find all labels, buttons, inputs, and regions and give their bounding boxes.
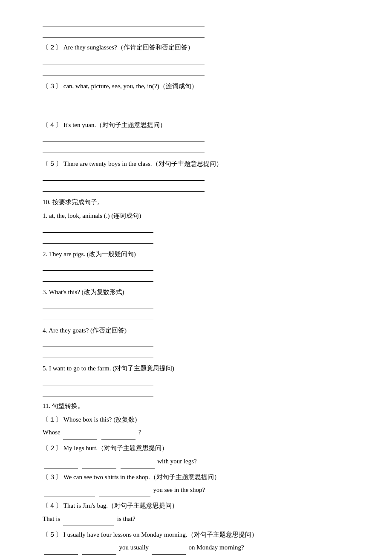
s10-q5-line-1 xyxy=(43,376,153,385)
s11-q2-suffix: with your legs? xyxy=(157,458,196,465)
section-9-questions: 〔２〕 Are they sunglasses?（作肯定回答和否定回答） 〔３〕… xyxy=(43,42,349,192)
s11-q5-text: 〔５〕 I usually have four lessons on Monda… xyxy=(43,529,349,541)
s10-q1-text: 1. at, the, look, animals (.) (连词成句) xyxy=(43,210,349,222)
q9-3-line-1 xyxy=(43,94,205,103)
s11-q1-blank-1[interactable] xyxy=(63,432,97,439)
s11-q5-bracket: 〔５〕 xyxy=(43,531,62,538)
q9-4-answers xyxy=(43,133,349,153)
s11-q1-text: 〔１〕 Whose box is this? (改复数) xyxy=(43,413,349,426)
s11-q5-blank-1[interactable] xyxy=(44,547,78,555)
s10-q2-text: 2. They are pigs. (改为一般疑问句) xyxy=(43,248,349,260)
s11-q3-suffix: you see in the shop? xyxy=(153,486,205,493)
s11-q1-content: Whose box is this? (改复数) xyxy=(63,416,137,423)
s11-q3-bracket: 〔３〕 xyxy=(43,474,62,480)
q9-2-content: Are they sunglasses?（作肯定回答和否定回答） xyxy=(63,44,194,51)
s11-q1-q-mark: ? xyxy=(138,429,141,436)
s11-q2-answer: with your legs? xyxy=(43,454,349,468)
s11-q3-text: 〔３〕 We can see two shirts in the shop.（对… xyxy=(43,471,349,483)
q9-5-text: 〔５〕 There are twenty boys in the class.（… xyxy=(43,158,349,170)
section-11-title: 11. 句型转换。 xyxy=(43,401,349,411)
s10-q1-num: 1. xyxy=(43,212,47,219)
q9-4-content: It's ten yuan.（对句子主题意思提问） xyxy=(63,121,166,128)
s11-q2-text: 〔２〕 My legs hurt.（对句子主题意思提问） xyxy=(43,442,349,454)
s10-q4: 4. Are they goats? (作否定回答) xyxy=(43,324,349,358)
s11-q2-blank-3[interactable] xyxy=(121,461,155,468)
s10-q4-text: 4. Are they goats? (作否定回答) xyxy=(43,324,349,337)
q9-2-text: 〔２〕 Are they sunglasses?（作肯定回答和否定回答） xyxy=(43,42,349,53)
s10-q2-line-2 xyxy=(43,272,153,282)
s11-q4-that-is: That is xyxy=(43,515,60,522)
s11-q3-content: We can see two shirts in the shop.（对句子主题… xyxy=(63,474,220,480)
s10-q1-content: at, the, look, animals (.) (连词成句) xyxy=(49,212,141,219)
s10-q1: 1. at, the, look, animals (.) (连词成句) xyxy=(43,210,349,244)
q9-3-line-2 xyxy=(43,105,205,114)
s11-q5: 〔５〕 I usually have four lessons on Monda… xyxy=(43,529,349,555)
section-10: 10. 按要求完成句子。 1. at, the, look, animals (… xyxy=(43,197,349,396)
q9-4-text: 〔４〕 It's ten yuan.（对句子主题意思提问） xyxy=(43,119,349,131)
s11-q2-content: My legs hurt.（对句子主题意思提问） xyxy=(63,445,168,451)
s11-q2: 〔２〕 My legs hurt.（对句子主题意思提问） with your l… xyxy=(43,442,349,468)
s11-q4-bracket: 〔４〕 xyxy=(43,502,62,509)
s10-q4-lines xyxy=(43,338,349,358)
s11-q3-blank-2[interactable] xyxy=(99,489,150,497)
s11-q3-answer: you see in the shop? xyxy=(43,483,349,497)
top-line-1 xyxy=(43,17,205,26)
s10-q5-lines xyxy=(43,376,349,396)
s11-q4: 〔４〕 That is Jim's bag.（对句子主题意思提问） That i… xyxy=(43,500,349,526)
s11-q4-content: That is Jim's bag.（对句子主题意思提问） xyxy=(63,502,178,509)
s10-q3-num: 3. xyxy=(43,289,47,295)
q9-2-line-1 xyxy=(43,55,205,64)
top-answer-lines xyxy=(43,17,349,38)
q9-5: 〔５〕 There are twenty boys in the class.（… xyxy=(43,158,349,192)
s10-q2-line-1 xyxy=(43,261,153,271)
s11-q3: 〔３〕 We can see two shirts in the shop.（对… xyxy=(43,471,349,497)
q9-4: 〔４〕 It's ten yuan.（对句子主题意思提问） xyxy=(43,119,349,153)
q9-3-answers xyxy=(43,94,349,114)
s11-q5-blank-2[interactable] xyxy=(82,547,116,555)
s11-q4-text: 〔４〕 That is Jim's bag.（对句子主题意思提问） xyxy=(43,500,349,512)
q9-3-content: can, what, picture, see, you, the, in(?)… xyxy=(63,83,198,90)
s11-q5-blank-3[interactable] xyxy=(152,547,186,555)
q9-3-bracket: 〔３〕 xyxy=(43,83,62,90)
s10-q3-line-2 xyxy=(43,311,153,320)
s10-q5-content: I want to go to the farm. (对句子主题意思提问) xyxy=(49,365,174,372)
s10-q5-num: 5. xyxy=(43,365,47,372)
q9-2-line-2 xyxy=(43,66,205,75)
s10-q4-content: Are they goats? (作否定回答) xyxy=(49,327,127,334)
q9-5-bracket: 〔５〕 xyxy=(43,160,62,167)
s10-q5-line-2 xyxy=(43,387,153,396)
q9-5-answers xyxy=(43,171,349,192)
q9-4-bracket: 〔４〕 xyxy=(43,121,62,128)
s11-q4-blank-1[interactable] xyxy=(63,518,114,526)
q9-4-line-1 xyxy=(43,133,205,142)
q9-2-bracket: 〔２〕 xyxy=(43,44,62,51)
top-line-2 xyxy=(43,28,205,38)
s10-q2: 2. They are pigs. (改为一般疑问句) xyxy=(43,248,349,282)
s11-q2-blank-1[interactable] xyxy=(44,461,78,468)
s10-q3-content: What's this? (改为复数形式) xyxy=(49,289,124,295)
s11-q1-answer: Whose ? xyxy=(43,425,349,439)
s10-q5: 5. I want to go to the farm. (对句子主题意思提问) xyxy=(43,362,349,396)
s10-q4-line-2 xyxy=(43,349,153,358)
q9-5-content: There are twenty boys in the class.（对句子主… xyxy=(63,160,222,167)
s11-q5-content: I usually have four lessons on Monday mo… xyxy=(63,531,258,538)
s10-q3: 3. What's this? (改为复数形式) xyxy=(43,286,349,320)
q9-5-line-2 xyxy=(43,182,205,192)
s11-q3-blank-1[interactable] xyxy=(44,489,95,497)
s10-q3-text: 3. What's this? (改为复数形式) xyxy=(43,286,349,298)
s10-q1-line-1 xyxy=(43,223,153,233)
s11-q4-suffix: is that? xyxy=(117,515,135,522)
s11-q1: 〔１〕 Whose box is this? (改复数) Whose ? xyxy=(43,413,349,440)
section-10-title: 10. 按要求完成句子。 xyxy=(43,197,349,207)
s11-q2-blank-2[interactable] xyxy=(82,461,116,468)
s10-q5-text: 5. I want to go to the farm. (对句子主题意思提问) xyxy=(43,362,349,375)
s11-q4-answer: That is is that? xyxy=(43,512,349,526)
q9-3: 〔３〕 can, what, picture, see, you, the, i… xyxy=(43,81,349,114)
s10-q3-line-1 xyxy=(43,300,153,309)
q9-3-text: 〔３〕 can, what, picture, see, you, the, i… xyxy=(43,81,349,92)
s10-q4-num: 4. xyxy=(43,327,47,334)
s10-q4-line-1 xyxy=(43,338,153,347)
q9-5-line-1 xyxy=(43,171,205,181)
s10-q1-line-2 xyxy=(43,234,153,244)
s11-q1-blank-2[interactable] xyxy=(101,432,135,439)
